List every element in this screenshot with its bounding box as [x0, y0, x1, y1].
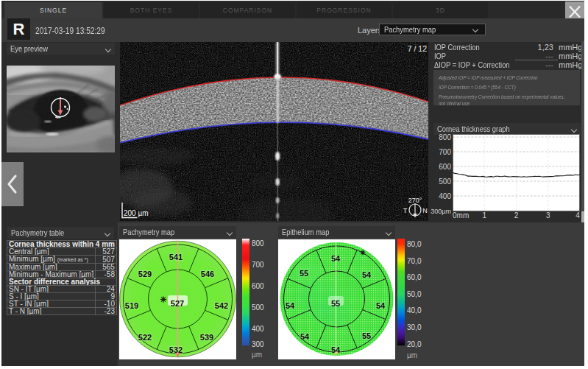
svg-text:54: 54 [300, 332, 310, 341]
svg-text:55: 55 [331, 299, 340, 308]
svg-text:2: 2 [514, 211, 519, 219]
svg-text:529: 529 [138, 270, 152, 278]
svg-text:600: 600 [439, 163, 451, 171]
svg-text:519: 519 [125, 301, 138, 310]
svg-text:546: 546 [201, 270, 214, 278]
svg-text:54: 54 [362, 270, 372, 279]
svg-text:4: 4 [575, 211, 580, 219]
svg-text:200 µm: 200 µm [124, 209, 149, 217]
svg-text:54: 54 [331, 254, 341, 263]
svg-text:522: 522 [138, 333, 152, 342]
svg-text:T: T [403, 207, 408, 214]
svg-text:300µm: 300µm [431, 208, 451, 215]
svg-text:400: 400 [439, 192, 451, 200]
svg-text:1: 1 [482, 211, 486, 219]
svg-text:3: 3 [546, 211, 550, 219]
svg-text:7 / 12: 7 / 12 [408, 44, 427, 53]
svg-text:55: 55 [300, 269, 308, 278]
svg-text:700: 700 [439, 148, 451, 156]
svg-text:500: 500 [439, 178, 451, 186]
svg-text:800: 800 [439, 133, 451, 141]
svg-text:54: 54 [286, 301, 295, 310]
svg-text:0mm: 0mm [453, 211, 469, 219]
svg-text:55: 55 [362, 331, 371, 340]
svg-text:532: 532 [169, 345, 183, 354]
svg-text:N: N [422, 207, 428, 214]
svg-text:270°: 270° [408, 197, 422, 204]
svg-text:54: 54 [376, 301, 386, 310]
svg-text:541: 541 [169, 253, 183, 261]
svg-text:527: 527 [171, 299, 184, 308]
svg-text:539: 539 [200, 333, 213, 342]
svg-text:54: 54 [331, 345, 341, 354]
svg-text:542: 542 [215, 301, 228, 310]
